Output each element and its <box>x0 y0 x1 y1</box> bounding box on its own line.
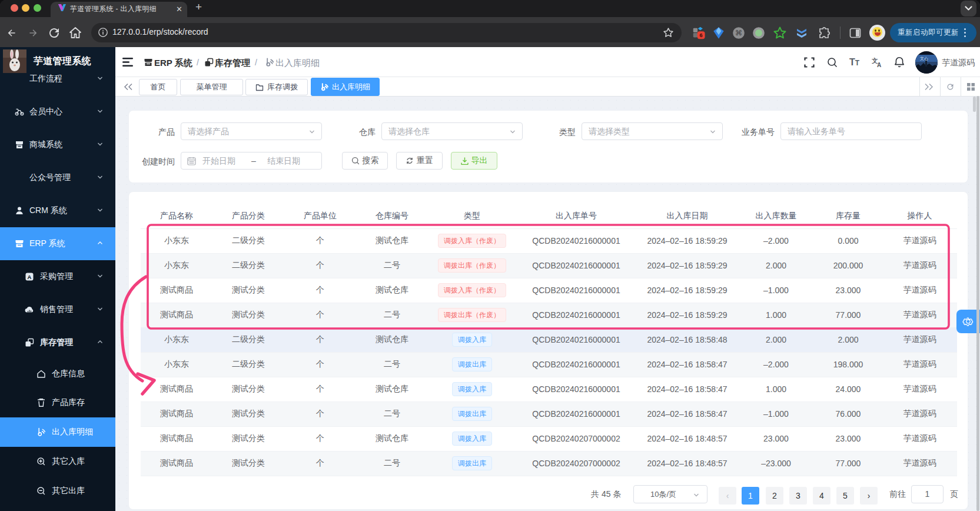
svg-text:A: A <box>28 274 32 280</box>
svg-text:6: 6 <box>700 32 703 38</box>
svg-text:A: A <box>877 62 881 68</box>
svg-text:⌘: ⌘ <box>735 29 742 37</box>
svg-text:文心: 文心 <box>920 56 928 61</box>
